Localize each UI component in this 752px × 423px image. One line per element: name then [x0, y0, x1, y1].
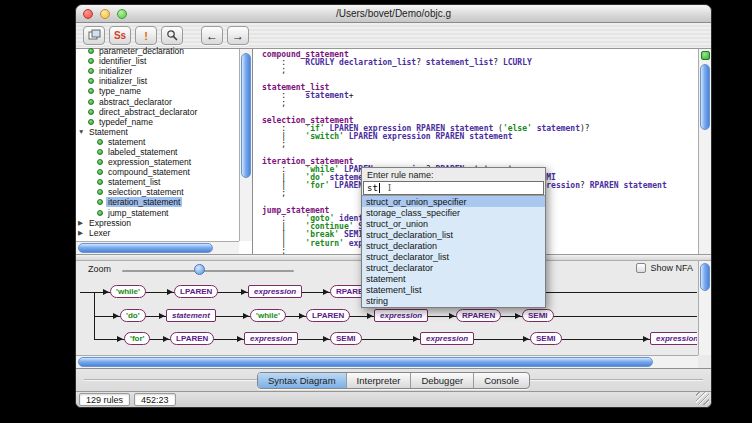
arrow-icon	[241, 289, 247, 295]
tree-item-expression-statement[interactable]: expression_statement	[76, 157, 239, 167]
back-button[interactable]: ←	[201, 26, 223, 45]
completion-item-struct-declarator-list[interactable]: struct_declarator_list	[362, 251, 545, 262]
arrow-icon	[323, 336, 329, 342]
tree-label: Expression	[87, 218, 133, 228]
diagram-node-rparen[interactable]: RPAREN	[456, 309, 501, 322]
scrollbar-thumb[interactable]	[241, 53, 251, 178]
syntax-coloring-button[interactable]: Ss	[109, 26, 131, 45]
arrow-icon	[523, 336, 529, 342]
completion-item-statement-list[interactable]: statement_list	[362, 284, 545, 295]
completion-item-string[interactable]: string	[362, 295, 545, 306]
triangle-right-icon[interactable]: ▶	[78, 219, 87, 227]
completion-item-struct-or-union-specifier[interactable]: struct_or_union_specifier	[362, 196, 545, 207]
triangle-down-icon[interactable]: ▼	[78, 128, 87, 135]
tab-interpreter[interactable]: Interpreter	[347, 373, 412, 388]
window-controls	[83, 9, 127, 19]
close-button[interactable]	[83, 9, 93, 19]
input-value: st	[367, 183, 378, 193]
rule-ok-icon	[97, 189, 103, 195]
rule-count-box: 129 rules	[79, 393, 130, 406]
scrollbar-thumb[interactable]	[700, 64, 710, 130]
tree-item-labeled-statement[interactable]: labeled_statement	[76, 147, 239, 157]
zoom-label: Zoom	[88, 264, 111, 274]
tree-item-typedef-name[interactable]: typedef_name	[76, 117, 239, 127]
diagram-node-expression[interactable]: expression	[244, 332, 298, 345]
find-button[interactable]	[161, 26, 183, 45]
completion-item-struct-declaration-list[interactable]: struct_declaration_list	[362, 229, 545, 240]
diagram-horizontal-scrollbar[interactable]	[76, 355, 698, 368]
tree-label: initializer	[97, 66, 134, 76]
scrollbar-thumb[interactable]	[700, 263, 710, 291]
tab-console[interactable]: Console	[474, 373, 529, 388]
tree-item-type-name[interactable]: type_name	[76, 86, 239, 96]
diagram-node-semi[interactable]: SEMI	[330, 332, 362, 345]
zoom-slider-knob[interactable]	[194, 264, 205, 275]
diagram-node-statement[interactable]: statement	[166, 309, 216, 322]
scrollbar-thumb[interactable]	[78, 243, 213, 253]
rule-name-input[interactable]: st I	[363, 181, 544, 195]
diagram-vertical-scrollbar[interactable]	[698, 261, 711, 355]
tree-item-jump-statement[interactable]: jump_statement	[76, 208, 239, 218]
completion-item-struct-declaration[interactable]: struct_declaration	[362, 240, 545, 251]
tree-item-statement-list[interactable]: statement_list	[76, 177, 239, 187]
tree-label: selection_statement	[106, 187, 186, 197]
completion-item-struct-declarator[interactable]: struct_declarator	[362, 262, 545, 273]
tree-item-initializer[interactable]: initializer	[76, 66, 239, 76]
diagram-node-expression[interactable]: expression	[374, 309, 428, 322]
windows-icon	[88, 29, 101, 42]
diagram-node-semi[interactable]: SEMI	[522, 309, 554, 322]
tab-syntax-diagram[interactable]: Syntax Diagram	[258, 373, 347, 388]
diagram-node-expression[interactable]: expression	[248, 285, 302, 298]
arrow-icon	[413, 336, 419, 342]
scrollbar-thumb[interactable]	[78, 357, 653, 367]
editor-line: ;	[262, 141, 696, 149]
zoom-slider[interactable]	[122, 270, 294, 272]
resize-grip-icon[interactable]	[696, 392, 709, 405]
diagram-node-do[interactable]: 'do'	[120, 309, 146, 322]
show-nfa-checkbox[interactable]	[636, 263, 646, 273]
warning-icon: !	[144, 30, 148, 42]
diagram-node-lparen[interactable]: LPAREN	[306, 309, 350, 322]
diagram-node-expression[interactable]: expression	[650, 332, 697, 345]
tree-group-expression[interactable]: ▶Expression	[76, 218, 239, 228]
completion-item-statement[interactable]: statement	[362, 273, 545, 284]
completion-item-struct-or-union[interactable]: struct_or_union	[362, 218, 545, 229]
sidebar-horizontal-scrollbar[interactable]	[76, 241, 239, 254]
editor-line: : RCURLY declaration_list? statement_lis…	[262, 59, 696, 67]
diagram-node-semi[interactable]: SEMI	[530, 332, 562, 345]
diagram-node-lparen[interactable]: LPAREN	[170, 332, 214, 345]
check-grammar-button[interactable]: !	[135, 26, 157, 45]
tree-label: identifier_list	[97, 56, 148, 66]
tree-item-initializer-list[interactable]: initializer_list	[76, 76, 239, 86]
triangle-right-icon[interactable]: ▶	[78, 229, 87, 237]
tree-group-lexer[interactable]: ▶Lexer	[76, 228, 239, 238]
tree-item-statement[interactable]: statement	[76, 137, 239, 147]
arrow-icon	[299, 313, 305, 319]
tree-item-selection-statement[interactable]: selection_statement	[76, 187, 239, 197]
zoom-button[interactable]	[117, 9, 127, 19]
tab-debugger[interactable]: Debugger	[411, 373, 474, 388]
tree-item-abstract-declarator[interactable]: abstract_declarator	[76, 96, 239, 106]
completion-item-storage-class-specifier[interactable]: storage_class_specifier	[362, 207, 545, 218]
diagram-node-while[interactable]: 'while'	[250, 309, 286, 322]
editor-vertical-scrollbar[interactable]	[698, 49, 711, 254]
diagram-node-for[interactable]: 'for'	[124, 332, 150, 345]
text-caret	[379, 183, 380, 193]
tree-item-compound-statement[interactable]: compound_statement	[76, 167, 239, 177]
diagram-node-lparen[interactable]: LPAREN	[174, 285, 218, 298]
tree-item-identifier-list[interactable]: identifier_list	[76, 56, 239, 66]
title-bar[interactable]: /Users/bovet/Demo/objc.g	[76, 5, 711, 23]
diagram-node-expression[interactable]: expression	[420, 332, 474, 345]
diagram-node-while[interactable]: 'while'	[110, 285, 146, 298]
tree-group-statement[interactable]: ▼Statement	[76, 127, 239, 137]
tree-item-parameter-declaration[interactable]: parameter_declaration	[76, 46, 239, 56]
arrow-icon	[167, 289, 173, 295]
tree-item-direct-abstract-declarator[interactable]: direct_abstract_declarator	[76, 107, 239, 117]
console-panels-button[interactable]	[83, 26, 105, 45]
sidebar-vertical-scrollbar[interactable]	[239, 49, 252, 241]
arrow-icon	[163, 336, 169, 342]
tree-item-iteration-statement[interactable]: iteration_statement	[76, 197, 239, 207]
minimize-button[interactable]	[100, 9, 110, 19]
forward-button[interactable]: →	[227, 26, 249, 45]
rule-ok-icon	[97, 199, 103, 205]
